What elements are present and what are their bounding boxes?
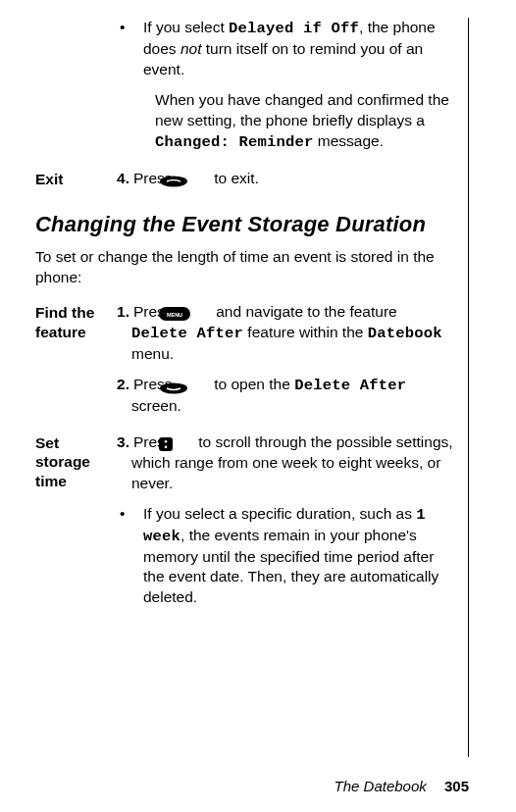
top-bullet-ital: not (181, 40, 206, 57)
step-1: 1.Press MENU and navigate to the feature… (112, 302, 456, 365)
menu-key-icon: MENU (179, 306, 210, 320)
svg-point-0 (160, 177, 187, 187)
svg-text:MENU: MENU (167, 312, 182, 318)
step-3-number: 3. (112, 432, 129, 453)
intro-text: To set or change the length of time an e… (35, 247, 456, 288)
step-1-number: 1. (112, 302, 129, 323)
datebook-code: Datebook (368, 325, 442, 342)
svg-rect-4 (159, 437, 173, 451)
step-4: 4.Press to exit. (112, 169, 456, 189)
step-2: 2.Press to open the Delete After screen. (112, 375, 456, 417)
exit-label: Exit (35, 169, 112, 188)
step-2-mid: to open the (210, 376, 294, 392)
step-3: 3.Press to scroll through the possible s… (112, 432, 456, 494)
step-4-number: 4. (112, 169, 129, 189)
storage-bullet-pre: If you select a specific duration, such … (143, 505, 416, 522)
exit-row: Exit 4.Press to exit. (35, 169, 456, 199)
find-feature-label: Find the feature (35, 302, 112, 341)
svg-point-6 (165, 445, 168, 448)
step-2-number: 2. (112, 375, 129, 395)
scroll-key-icon (179, 436, 192, 450)
sub-post: message. (314, 132, 385, 149)
storage-row: Set storage time 3.Press to scroll throu… (35, 432, 456, 618)
step-1-mid1: and navigate to the feature (212, 303, 397, 320)
step-2-post: screen. (131, 397, 181, 414)
svg-point-3 (160, 382, 187, 393)
storage-bullet: •If you select a specific duration, such… (112, 504, 456, 609)
end-key-icon (179, 173, 208, 184)
delete-after-code-1: Delete After (131, 325, 243, 342)
svg-point-5 (165, 440, 168, 443)
delayed-if-off-code: Delayed if Off (229, 20, 359, 37)
find-feature-row: Find the feature 1.Press MENU and naviga… (35, 302, 456, 427)
sub-pre: When you have changed and confirmed the … (155, 91, 449, 128)
top-bullet: •If you select Delayed if Off, the phone… (112, 18, 456, 80)
step-4-post: to exit. (210, 170, 259, 186)
page-footer: The Datebook 305 (335, 778, 469, 794)
top-sub-paragraph: When you have changed and confirmed the … (112, 90, 456, 153)
section-title: Changing the Event Storage Duration (35, 212, 456, 237)
delete-after-code-2: Delete After (294, 377, 406, 394)
changed-reminder-code: Changed: Reminder (155, 133, 314, 151)
step-1-mid2: feature within the (243, 324, 368, 340)
footer-section-title: The Datebook (335, 778, 427, 794)
step-1-post: menu. (131, 345, 174, 362)
page-content: •If you select Delayed if Off, the phone… (35, 18, 469, 757)
top-continuation-row: •If you select Delayed if Off, the phone… (35, 18, 456, 163)
top-bullet-text-pre: If you select (143, 19, 229, 35)
select-key-icon (179, 380, 208, 391)
storage-bullet-post: , the events remain in your phone's memo… (143, 527, 439, 606)
footer-page-number: 305 (444, 778, 469, 794)
storage-label: Set storage time (35, 432, 112, 490)
